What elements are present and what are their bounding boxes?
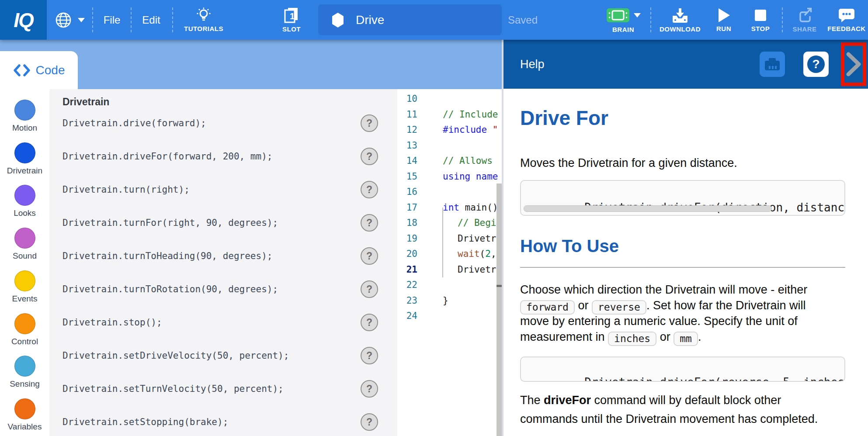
device-info-button[interactable] — [760, 52, 785, 77]
body-text: move by entering a numeric value. Specif… — [520, 315, 798, 328]
brain-label: BRAIN — [612, 26, 634, 33]
line-number: 13 — [397, 138, 417, 153]
vexcode-iq-window: IQ File Edit — [0, 0, 868, 436]
command-help-button[interactable]: ? — [361, 114, 378, 132]
command-text[interactable]: Drivetrain.setDriveVelocity(50, percent)… — [62, 350, 289, 361]
editor-line[interactable]: 14// Allows — [397, 153, 503, 169]
body-text: . — [698, 330, 701, 343]
editor-line[interactable]: 17int main() — [397, 200, 503, 215]
command-text[interactable]: Drivetrain.drive(forward); — [62, 118, 206, 128]
sidebar-item-drivetrain[interactable]: Drivetrain — [0, 142, 49, 176]
brain-icon — [606, 7, 630, 24]
sidebar-item-motion[interactable]: Motion — [0, 100, 49, 133]
code-editor[interactable]: 1011// Include12#include "1314// Allows1… — [397, 89, 503, 436]
help-panel-header: Help ? — [503, 40, 868, 89]
command-help-button[interactable]: ? — [361, 380, 378, 398]
stop-label: STOP — [751, 25, 770, 32]
command-help-button[interactable]: ? — [361, 314, 378, 331]
toolbar-divider — [172, 7, 173, 32]
command-help-button[interactable]: ? — [361, 181, 378, 198]
tutorials-icon — [196, 7, 211, 23]
category-dot-icon — [14, 356, 35, 377]
inline-code-chip: mm — [674, 332, 698, 346]
category-label: Sensing — [10, 379, 40, 389]
sidebar-item-control[interactable]: Control — [0, 313, 49, 346]
command-help-button[interactable]: ? — [361, 247, 378, 265]
editor-line[interactable]: 19Drivetrain — [397, 231, 503, 246]
stop-button[interactable]: STOP — [746, 0, 774, 40]
sidebar-item-events[interactable]: Events — [0, 270, 49, 304]
command-text[interactable]: Drivetrain.driveFor(forward, 200, mm); — [62, 151, 272, 162]
command-help-button[interactable]: ? — [361, 148, 378, 165]
editor-line[interactable]: 23} — [397, 293, 503, 308]
command-text[interactable]: Drivetrain.turn(right); — [62, 184, 190, 195]
collapse-help-button[interactable] — [841, 42, 866, 86]
app-logo[interactable]: IQ — [0, 0, 47, 40]
editor-line[interactable]: 11// Include — [397, 107, 503, 122]
command-help-button[interactable]: ? — [361, 413, 378, 431]
tab-code[interactable]: Code — [0, 51, 78, 89]
command-row: Drivetrain.driveFor(forward, 200, mm);? — [49, 140, 397, 173]
editor-line[interactable]: 21Drivetrain — [397, 262, 503, 277]
editor-line[interactable]: 16 — [397, 184, 503, 200]
feedback-button[interactable]: FEEDBACK — [825, 0, 868, 40]
tutorials-button[interactable]: TUTORIALS — [179, 0, 228, 40]
command-text[interactable]: Drivetrain.turnToRotation(90, degrees); — [62, 284, 278, 294]
category-label: Motion — [12, 123, 37, 133]
editor-line[interactable]: 15using name — [397, 169, 503, 184]
help-panel-title: Help — [520, 40, 545, 89]
category-dot-icon — [14, 270, 35, 291]
command-text[interactable]: Drivetrain.turnToHeading(90, degrees); — [62, 251, 272, 261]
code-text: // Allows — [443, 153, 493, 169]
brain-button[interactable]: BRAIN — [602, 0, 644, 40]
horizontal-scrollbar-thumb[interactable] — [524, 205, 772, 212]
editor-line[interactable]: 13 — [397, 138, 503, 153]
editor-line[interactable]: 12#include " — [397, 122, 503, 138]
editor-line[interactable]: 10 — [397, 91, 503, 107]
download-button[interactable]: DOWNLOAD — [658, 0, 702, 40]
sidebar-item-sound[interactable]: Sound — [0, 228, 49, 261]
editor-line[interactable]: 22 — [397, 277, 503, 293]
file-menu[interactable]: File — [94, 0, 129, 40]
code-tab-label: Code — [36, 63, 65, 77]
app-logo-text: IQ — [14, 8, 33, 32]
command-row: Drivetrain.turnFor(right, 90, degrees);? — [49, 206, 397, 239]
command-signature-box: Drivetrain.driveFor(direction, distance,… — [520, 180, 845, 216]
command-help-button[interactable]: ? — [361, 347, 378, 364]
command-row: Drivetrain.turn(right);? — [49, 173, 397, 206]
command-text[interactable]: Drivetrain.setTurnVelocity(50, percent); — [62, 384, 284, 394]
code-text: int main() — [443, 200, 498, 215]
slot-button[interactable]: 1 SLOT — [273, 0, 310, 40]
command-text[interactable]: Drivetrain.stop(); — [62, 317, 162, 328]
help-button[interactable]: ? — [803, 52, 829, 77]
usage-paragraph: Choose which direction the Drivetrain wi… — [520, 282, 807, 345]
body-text: The — [520, 394, 544, 407]
toolbar-divider — [131, 7, 132, 32]
category-dot-icon — [14, 228, 35, 249]
code-text: } — [443, 293, 448, 308]
project-name-button[interactable]: Drive — [318, 4, 502, 35]
tutorials-label: TUTORIALS — [184, 25, 223, 32]
command-help-button[interactable]: ? — [361, 280, 378, 298]
run-button[interactable]: RUN — [711, 0, 737, 40]
editor-line[interactable]: 20wait(2,se — [397, 246, 503, 262]
line-number: 24 — [397, 308, 417, 324]
sidebar-item-sensing[interactable]: Sensing — [0, 356, 49, 389]
download-icon — [671, 7, 689, 24]
edit-menu[interactable]: Edit — [134, 0, 169, 40]
category-dot-icon — [14, 398, 35, 419]
sidebar-item-variables[interactable]: Variables — [0, 398, 49, 432]
code-text: using name — [443, 169, 498, 184]
share-button[interactable]: SHARE — [789, 0, 820, 40]
command-help-button[interactable]: ? — [361, 214, 378, 232]
language-menu[interactable] — [54, 0, 85, 40]
editor-line[interactable]: 24 — [397, 308, 503, 324]
command-text[interactable]: Drivetrain.turnFor(right, 90, degrees); — [62, 218, 278, 228]
command-row: Drivetrain.stop();? — [49, 306, 397, 339]
svg-text:?: ? — [812, 57, 819, 71]
inline-code-chip: reverse — [592, 300, 646, 315]
line-number: 18 — [397, 215, 417, 231]
sidebar-item-looks[interactable]: Looks — [0, 185, 49, 218]
command-text[interactable]: Drivetrain.setStopping(brake); — [62, 417, 228, 427]
editor-line[interactable]: 18// Begin — [397, 215, 503, 231]
